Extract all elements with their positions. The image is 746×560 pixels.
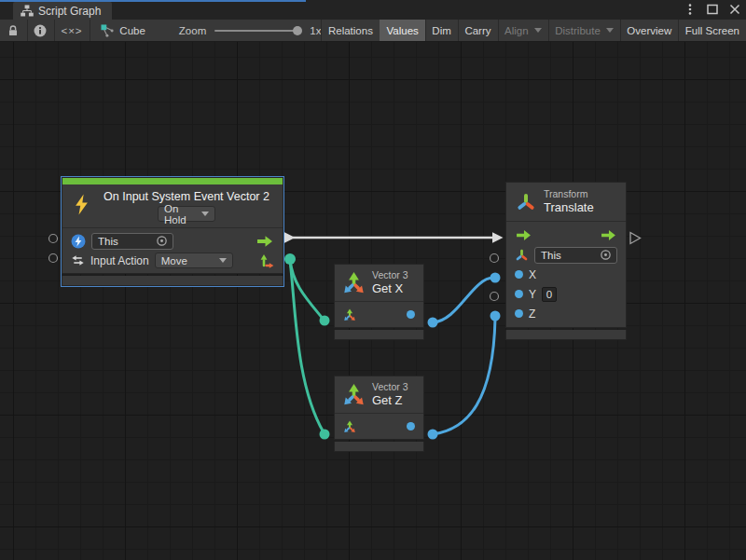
maximize-icon [707, 4, 718, 15]
event-mode-dropdown[interactable]: On Hold [158, 206, 215, 222]
event-mode-value: On Hold [164, 203, 196, 225]
node-transform-translate[interactable]: Transform Translate This [505, 182, 627, 340]
node-vector3-get-x[interactable]: Vector 3 Get X [334, 264, 424, 340]
event-input-action-row: Input Action Move [62, 251, 283, 270]
zoom-control: Zoom 1x [179, 20, 322, 41]
getz-output-port[interactable] [407, 422, 415, 430]
hierarchy-icon [21, 5, 34, 17]
translate-this-row: This [506, 245, 626, 265]
input-action-label: Input Action [90, 254, 149, 267]
target-picker-icon[interactable] [600, 249, 612, 261]
relations-toggle[interactable]: Relations [322, 20, 380, 41]
this-value: This [541, 250, 596, 261]
y-port[interactable] [515, 290, 523, 298]
flow-output-arrow-icon[interactable] [256, 235, 274, 248]
node-vector3-get-z[interactable]: Vector 3 Get Z [334, 376, 424, 452]
node-on-input-system-event[interactable]: On Input System Event Vector 2 On Hold T… [62, 177, 283, 286]
lock-icon [7, 24, 20, 37]
node-footer [334, 442, 424, 452]
overview-button[interactable]: Overview [620, 20, 678, 41]
translate-this-field[interactable]: This [534, 247, 617, 264]
transform-icon [516, 193, 536, 212]
inspect-button[interactable] [27, 20, 54, 41]
z-port[interactable] [515, 309, 523, 318]
vector3-icon [342, 271, 366, 294]
vector3-input-icon[interactable] [343, 308, 356, 321]
getz-port-row [335, 414, 423, 439]
event-bolt-icon [74, 194, 90, 215]
graph-toolbar: <×> Cube Zoom 1x Relations Values Dim Ca… [0, 20, 746, 42]
zoom-value: 1x [310, 25, 321, 36]
this-value: This [98, 236, 152, 247]
carry-toggle[interactable]: Carry [458, 20, 497, 41]
gameobject-icon [71, 234, 86, 249]
distribute-label: Distribute [555, 25, 601, 36]
getx-output-port[interactable] [407, 310, 415, 319]
x-label: X [529, 268, 536, 281]
distribute-dropdown[interactable]: Distribute [548, 20, 620, 41]
input-action-dropdown[interactable]: Move [155, 253, 233, 268]
fullscreen-button[interactable]: Full Screen [679, 20, 746, 41]
chevron-down-icon [534, 28, 542, 33]
event-accent-bar [62, 178, 283, 184]
chevron-down-icon [219, 258, 227, 263]
node-category: Transform [544, 188, 594, 200]
input-action-icon [71, 253, 85, 267]
y-value-input[interactable]: 0 [542, 287, 557, 302]
vector3-icon [342, 383, 366, 406]
translate-header: Transform Translate [506, 183, 626, 221]
event-header: On Input System Event Vector 2 On Hold [62, 184, 283, 227]
lock-button[interactable] [0, 20, 27, 41]
chevron-down-icon [606, 28, 614, 33]
values-toggle[interactable]: Values [380, 20, 424, 41]
node-title: Get X [372, 281, 408, 296]
node-footer [62, 276, 283, 286]
flow-input-arrow-icon[interactable] [515, 229, 532, 241]
zoom-label: Zoom [179, 25, 206, 36]
window-menu-button[interactable] [684, 3, 697, 16]
translate-x-row: X [506, 265, 626, 284]
translate-y-row: Y 0 [506, 284, 626, 304]
node-footer [334, 330, 424, 340]
chevron-down-icon [201, 212, 209, 216]
y-label: Y [529, 288, 536, 301]
close-button[interactable] [728, 3, 741, 16]
dim-toggle[interactable]: Dim [425, 20, 457, 41]
node-title: Get Z [372, 393, 408, 408]
maximize-button[interactable] [706, 3, 719, 16]
node-title: Translate [544, 200, 594, 215]
x-port[interactable] [515, 270, 523, 279]
zoom-slider-handle[interactable] [293, 26, 302, 35]
graph-asset-label: Cube [119, 25, 145, 36]
event-this-row: This [62, 231, 283, 251]
transform-icon-small [515, 249, 529, 262]
event-this-field[interactable]: This [91, 233, 173, 250]
info-icon [34, 24, 47, 37]
graph-asset-icon [101, 24, 114, 37]
align-label: Align [504, 25, 529, 36]
node-footer [505, 330, 627, 340]
tab-bar: Script Graph [0, 0, 746, 20]
zoom-slider[interactable] [214, 30, 301, 32]
node-category: Vector 3 [372, 381, 408, 393]
node-title: On Input System Event Vector 2 [98, 190, 275, 203]
script-graph-window: Script Graph <×> Cube Zoom 1x [0, 0, 746, 560]
vector3-input-icon[interactable] [343, 420, 356, 433]
tab-script-graph[interactable]: Script Graph [13, 2, 112, 20]
translate-z-row: Z [506, 304, 626, 323]
close-icon [729, 4, 740, 15]
kebab-icon [688, 3, 692, 16]
edit-source-button[interactable]: <×> [54, 20, 90, 41]
vector2-output-icon[interactable] [259, 253, 274, 268]
getz-header: Vector 3 Get Z [335, 376, 423, 413]
input-action-value: Move [161, 255, 214, 266]
getx-port-row [335, 302, 423, 327]
node-category: Vector 3 [372, 269, 408, 281]
target-picker-icon[interactable] [156, 235, 168, 247]
graph-breadcrumb[interactable]: Cube [90, 20, 155, 41]
translate-flow-row [506, 225, 626, 245]
flow-output-arrow-icon[interactable] [600, 229, 617, 241]
tab-label: Script Graph [38, 5, 101, 18]
window-buttons [684, 3, 741, 16]
align-dropdown[interactable]: Align [498, 20, 548, 41]
